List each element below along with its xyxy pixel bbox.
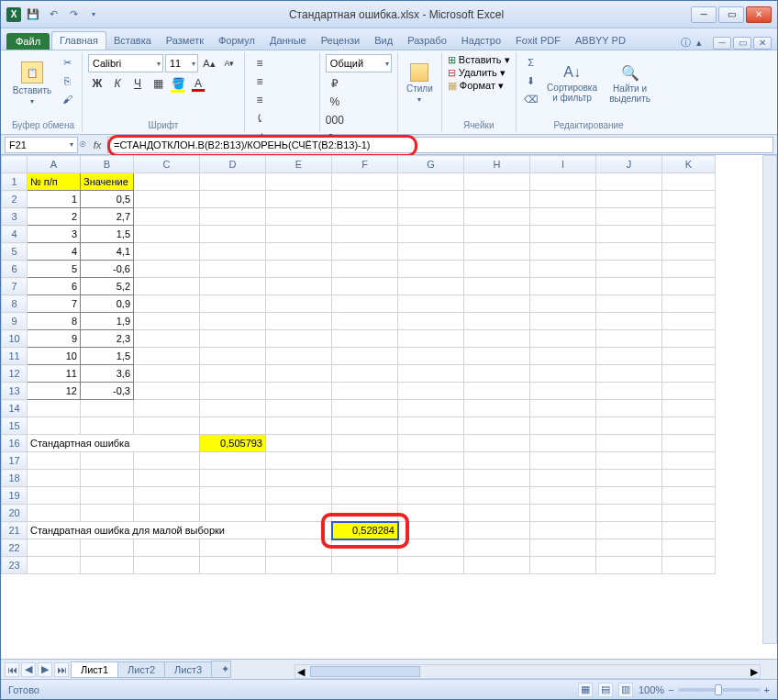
cell-A18[interactable] <box>28 470 81 487</box>
row-header-10[interactable]: 10 <box>2 330 28 348</box>
zoom-in-button[interactable]: + <box>764 684 770 695</box>
cell-G13[interactable] <box>398 383 464 400</box>
view-pagebreak-icon[interactable]: ▥ <box>618 683 633 697</box>
row-header-13[interactable]: 13 <box>2 383 28 400</box>
tab-data[interactable]: Данные <box>262 32 314 50</box>
cell-F10[interactable] <box>332 330 398 348</box>
doc-close-button[interactable]: ✕ <box>753 37 772 50</box>
undo-icon[interactable]: ↶ <box>45 6 61 23</box>
cell-J16[interactable] <box>596 435 662 452</box>
cell-I11[interactable] <box>530 348 596 365</box>
cell-H21[interactable] <box>464 522 530 539</box>
cell-A11[interactable]: 10 <box>28 348 81 365</box>
cell-F13[interactable] <box>332 383 398 400</box>
cell-H10[interactable] <box>464 330 530 348</box>
cell-I15[interactable] <box>530 417 596 435</box>
row-header-19[interactable]: 19 <box>2 487 28 505</box>
cell-D15[interactable] <box>200 417 266 435</box>
cell-F16[interactable] <box>332 435 398 452</box>
cell-H16[interactable] <box>464 435 530 452</box>
col-header-K[interactable]: K <box>662 156 716 173</box>
col-header-D[interactable]: D <box>200 156 266 173</box>
cell-A16[interactable]: Стандартная ошибка <box>28 435 200 452</box>
cell-E8[interactable] <box>266 295 332 313</box>
cell-B4[interactable]: 1,5 <box>81 226 134 243</box>
cell-D3[interactable] <box>200 208 266 226</box>
cell-H4[interactable] <box>464 226 530 243</box>
cell-K14[interactable] <box>662 400 716 417</box>
cell-I7[interactable] <box>530 278 596 295</box>
cell-A22[interactable] <box>28 539 81 557</box>
cell-I4[interactable] <box>530 226 596 243</box>
cell-B13[interactable]: -0,3 <box>81 383 134 400</box>
bold-icon[interactable]: Ж <box>88 74 106 93</box>
tab-foxit[interactable]: Foxit PDF <box>508 32 568 50</box>
cell-G6[interactable] <box>398 261 464 278</box>
cell-E9[interactable] <box>266 313 332 330</box>
cell-A6[interactable]: 5 <box>28 261 81 278</box>
tab-abbyy[interactable]: ABBYY PD <box>568 32 633 50</box>
cell-I6[interactable] <box>530 261 596 278</box>
cell-G18[interactable] <box>398 470 464 487</box>
tab-developer[interactable]: Разрабо <box>400 32 454 50</box>
align-top-icon[interactable]: ≡ <box>250 54 269 72</box>
find-select-button[interactable]: 🔍Найти и выделить <box>605 54 656 113</box>
cell-H13[interactable] <box>464 383 530 400</box>
minimize-button[interactable]: ─ <box>691 6 717 23</box>
cell-J11[interactable] <box>596 348 662 365</box>
view-normal-icon[interactable]: ▦ <box>578 683 593 697</box>
font-color-icon[interactable]: A <box>189 74 207 93</box>
font-name-combo[interactable]: Calibri▾ <box>88 54 163 72</box>
zoom-slider[interactable] <box>678 688 761 692</box>
copy-icon[interactable]: ⎘ <box>58 72 76 89</box>
cell-J8[interactable] <box>596 295 662 313</box>
formula-input[interactable]: =СТАНДОТКЛОН.В(B2:B13)/КОРЕНЬ(СЧЁТ(B2:B1… <box>107 137 773 153</box>
cell-A7[interactable]: 6 <box>28 278 81 295</box>
row-header-17[interactable]: 17 <box>2 452 28 470</box>
row-header-15[interactable]: 15 <box>2 417 28 435</box>
cell-F2[interactable] <box>332 191 398 208</box>
format-painter-icon[interactable]: 🖌 <box>58 91 76 107</box>
horizontal-scrollbar[interactable]: ◀▶ <box>295 664 761 679</box>
cell-A5[interactable]: 4 <box>28 243 81 261</box>
cell-D12[interactable] <box>200 365 266 383</box>
cell-K13[interactable] <box>662 383 716 400</box>
cell-H11[interactable] <box>464 348 530 365</box>
cell-H2[interactable] <box>464 191 530 208</box>
cell-F14[interactable] <box>332 400 398 417</box>
cell-E12[interactable] <box>266 365 332 383</box>
cell-C15[interactable] <box>134 417 200 435</box>
cell-I16[interactable] <box>530 435 596 452</box>
cell-H3[interactable] <box>464 208 530 226</box>
cell-B18[interactable] <box>81 470 134 487</box>
maximize-button[interactable]: ▭ <box>718 6 744 23</box>
cell-D9[interactable] <box>200 313 266 330</box>
cell-J1[interactable] <box>596 173 662 191</box>
cell-K4[interactable] <box>662 226 716 243</box>
cell-B6[interactable]: -0,6 <box>81 261 134 278</box>
cell-D13[interactable] <box>200 383 266 400</box>
name-box[interactable]: F21▾ <box>5 137 78 153</box>
cell-A15[interactable] <box>28 417 81 435</box>
cell-K5[interactable] <box>662 243 716 261</box>
cell-K2[interactable] <box>662 191 716 208</box>
cell-J9[interactable] <box>596 313 662 330</box>
cell-K6[interactable] <box>662 261 716 278</box>
fill-icon[interactable]: ⬇ <box>522 72 540 89</box>
cell-D1[interactable] <box>200 173 266 191</box>
cell-E16[interactable] <box>266 435 332 452</box>
cell-A10[interactable]: 9 <box>28 330 81 348</box>
row-header-8[interactable]: 8 <box>2 295 28 313</box>
cell-F6[interactable] <box>332 261 398 278</box>
cell-H23[interactable] <box>464 557 530 574</box>
cell-G1[interactable] <box>398 173 464 191</box>
cell-K9[interactable] <box>662 313 716 330</box>
cell-B8[interactable]: 0,9 <box>81 295 134 313</box>
cell-B5[interactable]: 4,1 <box>81 243 134 261</box>
cell-A13[interactable]: 12 <box>28 383 81 400</box>
cut-icon[interactable]: ✂ <box>58 54 76 71</box>
cell-K1[interactable] <box>662 173 716 191</box>
cell-F8[interactable] <box>332 295 398 313</box>
sheet-tab-3[interactable]: Лист3 <box>164 661 212 678</box>
cell-I13[interactable] <box>530 383 596 400</box>
